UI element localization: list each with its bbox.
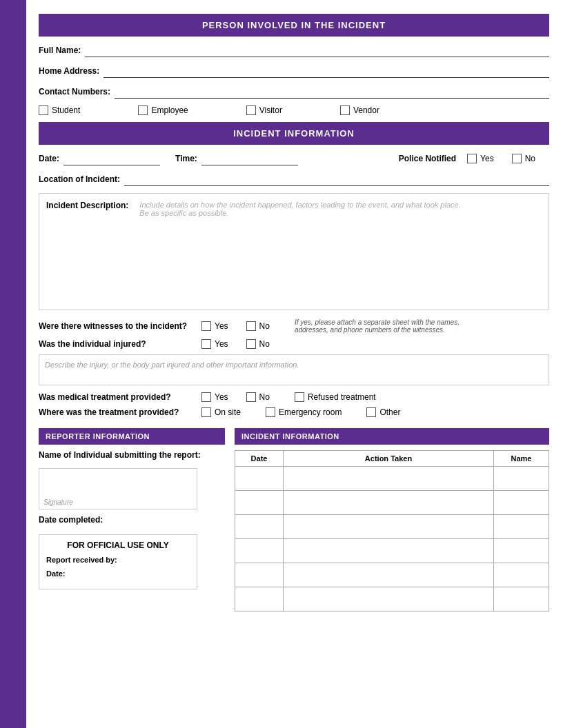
page: PERSON INVOLVED IN THE INCIDENT Full Nam… bbox=[0, 0, 563, 728]
police-yes-group: Yes bbox=[467, 154, 494, 163]
row1-date[interactable] bbox=[235, 467, 284, 491]
injury-placeholder: Describe the injury, or the body part in… bbox=[45, 361, 299, 369]
contact-numbers-input[interactable] bbox=[115, 85, 549, 99]
date-completed-row: Date completed: bbox=[39, 515, 225, 525]
refused-treatment-checkbox[interactable] bbox=[295, 392, 304, 402]
other-checkbox[interactable] bbox=[366, 407, 376, 417]
row1-name[interactable] bbox=[494, 467, 549, 491]
emergency-room-checkbox[interactable] bbox=[266, 407, 275, 417]
location-input[interactable] bbox=[124, 172, 549, 186]
person-section-header: PERSON INVOLVED IN THE INCIDENT bbox=[39, 14, 549, 37]
witnesses-note: If yes, please attach a separate sheet w… bbox=[295, 318, 460, 334]
date-label: Date: bbox=[39, 154, 59, 163]
row4-name[interactable] bbox=[494, 539, 549, 563]
refused-treatment-label: Refused treatment bbox=[308, 392, 376, 402]
row6-action[interactable] bbox=[284, 587, 494, 611]
injured-no-checkbox[interactable] bbox=[246, 339, 256, 349]
row5-name[interactable] bbox=[494, 563, 549, 587]
witnesses-yes-group: Yes bbox=[201, 321, 228, 331]
employee-checkbox[interactable] bbox=[138, 105, 148, 115]
row6-date[interactable] bbox=[235, 587, 284, 611]
official-use-box: FOR OFFICIAL USE ONLY Report received by… bbox=[39, 534, 197, 589]
date-column-header: Date bbox=[235, 451, 284, 467]
employee-label: Employee bbox=[151, 105, 188, 115]
row5-action[interactable] bbox=[284, 563, 494, 587]
table-row bbox=[235, 563, 549, 587]
injured-yes-checkbox[interactable] bbox=[201, 339, 211, 349]
reporter-column: REPORTER INFORMATION Name of Individual … bbox=[39, 428, 225, 611]
injured-label: Was the individual injured? bbox=[39, 339, 197, 349]
full-name-label: Full Name: bbox=[39, 46, 81, 55]
official-date-row: Date: bbox=[46, 569, 190, 578]
witnesses-row: Were there witnesses to the incident? Ye… bbox=[39, 318, 549, 334]
medical-treatment-row: Was medical treatment provided? Yes No R… bbox=[39, 392, 549, 402]
row6-name[interactable] bbox=[494, 587, 549, 611]
witnesses-yes-label: Yes bbox=[215, 321, 228, 331]
medical-no-group: No bbox=[246, 392, 270, 402]
visitor-label: Visitor bbox=[259, 105, 282, 115]
vendor-checkbox[interactable] bbox=[340, 105, 350, 115]
home-address-label: Home Address: bbox=[39, 66, 99, 76]
time-input[interactable] bbox=[201, 152, 298, 165]
on-site-checkbox[interactable] bbox=[201, 407, 211, 417]
medical-no-checkbox[interactable] bbox=[246, 392, 256, 402]
incident-log-header: INCIDENT INFORMATION bbox=[235, 428, 549, 445]
full-name-input[interactable] bbox=[85, 43, 549, 57]
medical-yes-checkbox[interactable] bbox=[201, 392, 211, 402]
witnesses-no-checkbox[interactable] bbox=[246, 321, 256, 331]
emergency-room-label: Emergency room bbox=[279, 407, 342, 417]
police-yes-label: Yes bbox=[480, 154, 494, 163]
emergency-room-group: Emergency room bbox=[266, 407, 342, 417]
row4-action[interactable] bbox=[284, 539, 494, 563]
time-label: Time: bbox=[175, 154, 197, 163]
row2-action[interactable] bbox=[284, 491, 494, 515]
injured-no-group: No bbox=[246, 339, 270, 349]
student-checkbox[interactable] bbox=[39, 105, 48, 115]
injured-yes-label: Yes bbox=[215, 339, 228, 349]
official-date-label: Date: bbox=[46, 569, 66, 578]
date-time-row: Date: Time: Police Notified Yes No bbox=[39, 152, 549, 165]
row2-date[interactable] bbox=[235, 491, 284, 515]
incident-section-header: INCIDENT INFORMATION bbox=[39, 122, 549, 145]
row4-date[interactable] bbox=[235, 539, 284, 563]
injured-yes-group: Yes bbox=[201, 339, 228, 349]
contact-numbers-row: Contact Numbers: bbox=[39, 85, 549, 99]
row3-date[interactable] bbox=[235, 515, 284, 539]
row5-date[interactable] bbox=[235, 563, 284, 587]
contact-numbers-label: Contact Numbers: bbox=[39, 87, 110, 97]
treatment-location-row: Where was the treatment provided? On sit… bbox=[39, 407, 549, 417]
witnesses-no-label: No bbox=[259, 321, 270, 331]
visitor-checkbox[interactable] bbox=[246, 105, 256, 115]
student-label: Student bbox=[52, 105, 80, 115]
row1-action[interactable] bbox=[284, 467, 494, 491]
row2-name[interactable] bbox=[494, 491, 549, 515]
police-no-checkbox[interactable] bbox=[512, 154, 522, 163]
reporter-section-header: REPORTER INFORMATION bbox=[39, 428, 225, 445]
medical-no-label: No bbox=[259, 392, 270, 402]
police-notified-label: Police Notified bbox=[399, 154, 456, 163]
table-row bbox=[235, 539, 549, 563]
witnesses-yes-checkbox[interactable] bbox=[201, 321, 211, 331]
employee-checkbox-group: Employee bbox=[138, 105, 188, 115]
police-no-label: No bbox=[525, 154, 535, 163]
home-address-input[interactable] bbox=[103, 64, 549, 78]
location-label: Location of Incident: bbox=[39, 174, 120, 184]
table-row bbox=[235, 515, 549, 539]
signature-box[interactable]: Signature bbox=[39, 468, 197, 509]
on-site-group: On site bbox=[201, 407, 241, 417]
row3-action[interactable] bbox=[284, 515, 494, 539]
table-row bbox=[235, 467, 549, 491]
medical-yes-label: Yes bbox=[215, 392, 228, 402]
bottom-columns: REPORTER INFORMATION Name of Individual … bbox=[39, 428, 549, 611]
row3-name[interactable] bbox=[494, 515, 549, 539]
reporter-name-row: Name of Individual submitting the report… bbox=[39, 450, 225, 460]
medical-yes-group: Yes bbox=[201, 392, 228, 402]
other-label: Other bbox=[379, 407, 400, 417]
police-yes-checkbox[interactable] bbox=[467, 154, 477, 163]
date-input[interactable] bbox=[63, 152, 160, 165]
report-received-row: Report received by: bbox=[46, 556, 190, 564]
name-column-header: Name bbox=[494, 451, 549, 467]
injured-row: Was the individual injured? Yes No bbox=[39, 339, 549, 349]
left-accent-bar bbox=[0, 0, 26, 728]
on-site-label: On site bbox=[215, 407, 241, 417]
